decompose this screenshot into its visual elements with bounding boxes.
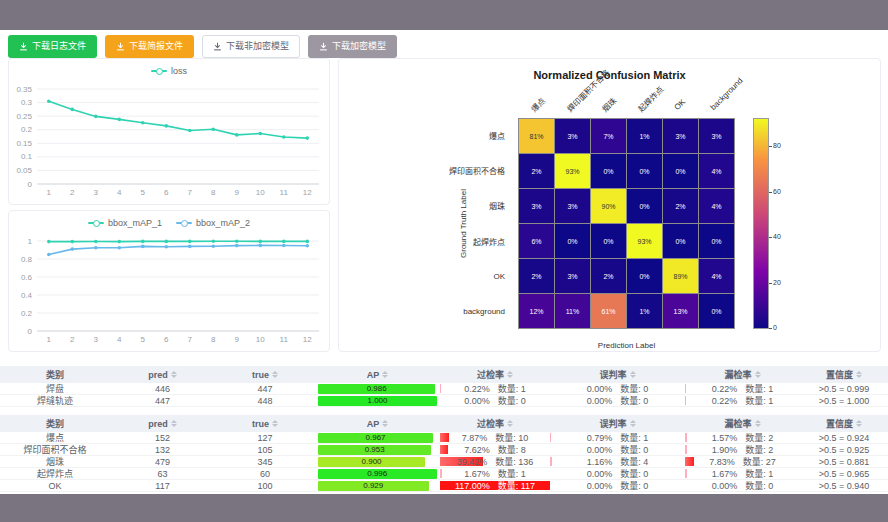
- sort-icon[interactable]: [272, 371, 278, 378]
- table-row: 焊缝轨迹4474481.0000.00%数量: 00.00%数量: 00.22%…: [0, 395, 888, 407]
- colorbar-tick-label: 0: [773, 324, 777, 331]
- sort-icon[interactable]: [630, 371, 636, 378]
- table-row: OK1171000.929117.00%数量: 1170.00%数量: 00.0…: [0, 480, 888, 492]
- svg-text:9: 9: [235, 188, 240, 197]
- matrix-cell: 2%: [519, 259, 554, 293]
- sort-icon[interactable]: [755, 371, 761, 378]
- rate-percent: 0.00%: [587, 445, 613, 455]
- svg-text:11: 11: [280, 335, 289, 344]
- download-icon: [319, 42, 328, 51]
- download-icon: [213, 42, 222, 51]
- matrix-cell: 1%: [627, 294, 662, 328]
- download-unencrypted-model-button[interactable]: 下载非加密模型: [202, 35, 300, 58]
- rate-text: 0.22%数量: 1: [712, 395, 774, 406]
- loss-line-chart: 00.050.10.150.20.250.30.3512345678910111…: [9, 81, 329, 202]
- rate-text: 0.00%数量: 0: [587, 395, 649, 406]
- sort-icon[interactable]: [507, 371, 513, 378]
- pred-cell: 63: [110, 468, 215, 479]
- over-detection-rate-cell: 7.62%数量: 8: [440, 444, 550, 455]
- column-header-label: 过检率: [477, 417, 504, 430]
- column-header-过检率[interactable]: 过检率: [440, 366, 550, 383]
- ap-bar-track: 0.996: [315, 469, 440, 479]
- column-header-漏检率[interactable]: 漏检率: [685, 415, 800, 432]
- rate-bar: [440, 445, 448, 454]
- rate-count: 数量: 8: [498, 444, 526, 455]
- column-header-category: 类别: [0, 415, 110, 432]
- svg-text:11: 11: [280, 188, 289, 197]
- sort-icon[interactable]: [755, 420, 761, 427]
- matrix-column-label: background: [708, 76, 744, 112]
- matrix-cell: 3%: [555, 259, 590, 293]
- bbox-map-chart-legend: bbox_mAP_1bbox_mAP_2: [9, 213, 329, 233]
- svg-text:12: 12: [303, 188, 312, 197]
- sort-icon[interactable]: [272, 420, 278, 427]
- bbox-map-line-chart: 00.20.40.60.81123456789101112: [9, 233, 329, 349]
- matrix-cell: 3%: [699, 119, 734, 153]
- button-label: 下载简报文件: [129, 42, 183, 51]
- matrix-row-label: 起焊炸点: [339, 224, 511, 259]
- sort-icon[interactable]: [856, 371, 862, 378]
- sort-icon[interactable]: [171, 371, 177, 378]
- column-header-漏检率[interactable]: 漏检率: [685, 366, 800, 383]
- column-header-误判率[interactable]: 误判率: [550, 366, 685, 383]
- column-header-AP[interactable]: AP: [315, 366, 440, 383]
- column-header-误判率[interactable]: 误判率: [550, 415, 685, 432]
- column-header-置信度[interactable]: 置信度: [800, 366, 888, 383]
- column-header-过检率[interactable]: 过检率: [440, 415, 550, 432]
- column-header-AP[interactable]: AP: [315, 415, 440, 432]
- svg-text:1: 1: [28, 237, 33, 246]
- bbox-map-chart-card: bbox_mAP_1bbox_mAP_2 00.20.40.60.8112345…: [8, 210, 330, 352]
- rate-text: 7.87%数量: 10: [462, 432, 529, 443]
- rate-count: 数量: 117: [498, 480, 535, 491]
- rate-count: 数量: 1: [745, 395, 773, 406]
- column-header-true[interactable]: true: [215, 415, 315, 432]
- matrix-cell: 7%: [591, 119, 626, 153]
- confusion-matrix-x-axis-label: Prediction Label: [518, 341, 735, 350]
- rate-percent: 0.79%: [587, 433, 613, 443]
- sort-icon[interactable]: [382, 371, 388, 378]
- legend-item-bbox_mAP_2[interactable]: bbox_mAP_2: [176, 218, 250, 228]
- sort-icon[interactable]: [171, 420, 177, 427]
- download-encrypted-model-button[interactable]: 下载加密模型: [308, 35, 397, 58]
- svg-text:7: 7: [188, 188, 193, 197]
- matrix-cell: 13%: [663, 294, 698, 328]
- misjudge-rate-cell: 0.79%数量: 1: [550, 432, 685, 443]
- matrix-cell: 0%: [699, 224, 734, 258]
- rate-count: 数量: 0: [620, 444, 648, 455]
- over-detection-rate-cell: 117.00%数量: 117: [440, 480, 550, 491]
- column-header-label: 置信度: [826, 417, 853, 430]
- sort-icon[interactable]: [382, 420, 388, 427]
- ap-bar: 0.953: [318, 445, 431, 455]
- confusion-matrix-grid: 81%3%7%1%3%3%2%93%0%0%0%4%3%3%90%0%2%4%6…: [518, 118, 735, 329]
- legend-item-loss[interactable]: loss: [151, 66, 187, 76]
- matrix-cell: 3%: [555, 119, 590, 153]
- rate-percent: 1.90%: [712, 445, 738, 455]
- column-header-true[interactable]: true: [215, 366, 315, 383]
- svg-text:2: 2: [70, 335, 75, 344]
- matrix-cell: 6%: [519, 224, 554, 258]
- sort-icon[interactable]: [630, 420, 636, 427]
- column-header-pred[interactable]: pred: [110, 415, 215, 432]
- sort-icon[interactable]: [507, 420, 513, 427]
- column-header-pred[interactable]: pred: [110, 366, 215, 383]
- rate-percent: 0.00%: [587, 469, 613, 479]
- column-header-置信度[interactable]: 置信度: [800, 415, 888, 432]
- legend-item-bbox_mAP_1[interactable]: bbox_mAP_1: [88, 218, 162, 228]
- rate-percent: 0.00%: [464, 396, 490, 406]
- svg-text:7: 7: [188, 335, 193, 344]
- sort-icon[interactable]: [856, 420, 862, 427]
- confusion-matrix-colorbar: [753, 118, 769, 329]
- ap-bar: 0.967: [318, 433, 433, 443]
- download-log-file-button[interactable]: 下载日志文件: [8, 35, 97, 58]
- matrix-cell: 12%: [519, 294, 554, 328]
- true-cell: 345: [215, 456, 315, 467]
- matrix-cell: 4%: [699, 154, 734, 188]
- svg-text:0.3: 0.3: [21, 98, 33, 107]
- over-detection-rate-cell: 7.87%数量: 10: [440, 432, 550, 443]
- download-report-file-button[interactable]: 下载简报文件: [105, 35, 194, 58]
- category-cell: 焊盘: [0, 383, 110, 394]
- svg-text:5: 5: [141, 188, 146, 197]
- matrix-cell: 0%: [627, 189, 662, 223]
- over-detection-rate-cell: 1.67%数量: 1: [440, 468, 550, 479]
- rate-percent: 39.42%: [457, 457, 488, 467]
